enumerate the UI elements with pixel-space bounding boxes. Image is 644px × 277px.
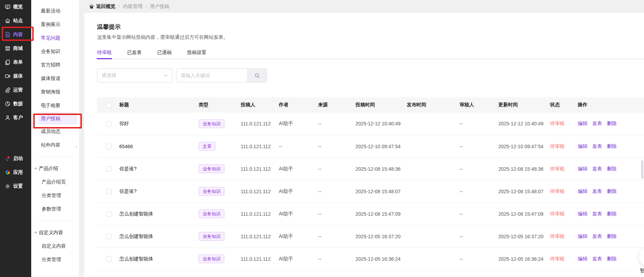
delete-link[interactable]: 删除 [607,143,617,149]
type-select[interactable]: 请选择 [97,69,172,82]
sidebar-item-site[interactable]: 站点 [0,14,31,28]
row-checkbox[interactable] [106,121,112,127]
tab-published[interactable]: 已发表 [127,48,141,59]
type-tag: 业务知识 [199,254,224,263]
subnav-item-product-intro-page[interactable]: 产品介绍页 [31,175,79,189]
row-checkbox[interactable] [106,234,112,239]
sidebar-item-content[interactable]: 内容 [0,28,31,42]
secondary-sidebar: 最新活动 案例展示 常见问题 业务知识 官方招聘 媒体报道 营销海报 电子相册 … [31,0,79,277]
sidebar-item-forms[interactable]: 表单 [0,55,31,69]
sidebar-collapse-icon[interactable]: ‹ [76,144,77,150]
table-row: 你是谁? 业务知识 111.0.121.112 AI助手 -- 2025-12-… [97,180,644,203]
breadcrumb-user-submissions[interactable]: 用户投稿 [150,3,169,10]
edit-link[interactable]: 编辑 [578,120,587,126]
edit-link[interactable]: 编辑 [578,166,587,171]
publish-link[interactable]: 发表 [592,166,602,171]
edit-link[interactable]: 编辑 [578,211,587,216]
sidebar-item-settings[interactable]: 设置 [0,179,31,193]
select-all-checkbox[interactable] [106,102,112,108]
col-actions: 操作 [573,97,644,113]
edit-link[interactable]: 编辑 [578,233,587,239]
delete-link[interactable]: 删除 [607,166,617,171]
home-icon [5,18,10,24]
publish-link[interactable]: 发表 [592,188,602,194]
breadcrumb-root[interactable]: 返回概览 [96,3,115,10]
subnav-item-user-submissions[interactable]: 用户投稿 [38,112,77,125]
edit-link[interactable]: 编辑 [578,143,587,149]
subnav-item-parameter-management[interactable]: 参数管理 [31,202,79,216]
subnav-item-faq[interactable]: 常见问题 [31,31,79,45]
sidebar-item-apps[interactable]: 应用 [0,166,31,179]
cell-source: -- [313,158,351,180]
publish-link[interactable]: 发表 [592,256,602,261]
delete-link[interactable]: 删除 [607,120,617,126]
publish-link[interactable]: 发表 [592,143,602,149]
type-tag: 业务知识 [199,164,224,173]
subnav-item-media-reports[interactable]: 媒体报道 [31,72,79,85]
subnav-item-marketing-posters[interactable]: 营销海报 [31,85,79,99]
subnav-section-custom-content[interactable]: 自定义内容 [31,226,79,239]
cell-author: AI助手 [274,248,313,270]
subnav-item-photo-album[interactable]: 电子相册 [31,99,79,112]
cell-submitter: 111.0.121.112 [236,225,274,248]
publish-link[interactable]: 发表 [592,211,602,216]
subnav-item-case-display[interactable]: 案例展示 [31,18,79,31]
cell-publish-time [402,135,455,158]
tab-rejected[interactable]: 已退稿 [157,48,172,59]
publish-link[interactable]: 发表 [592,120,602,126]
sidebar-item-mall[interactable]: 商城 [0,42,31,55]
cell-reviewer: -- [455,158,493,180]
sidebar-item-data[interactable]: 数据 [0,97,31,111]
sidebar-item-launch[interactable]: 启动 [0,152,31,166]
edit-link[interactable]: 编辑 [578,188,587,194]
delete-link[interactable]: 删除 [607,211,617,216]
subnav-item-external-content[interactable]: 站外内容 [31,138,79,152]
publish-link[interactable]: 发表 [592,233,602,239]
delete-link[interactable]: 删除 [607,188,617,194]
search-button[interactable] [247,69,267,82]
subnav-item-official-recruitment[interactable]: 官方招聘 [31,58,79,72]
vertical-scrollbar-thumb[interactable] [641,160,643,179]
col-status: 状态 [545,97,573,113]
tab-submission-settings[interactable]: 投稿设置 [187,48,206,59]
row-checkbox[interactable] [106,189,112,194]
cell-reviewer: -- [455,203,493,225]
cell-reviewer: -- [455,180,493,203]
sidebar-item-operation[interactable]: 运营 [0,83,31,97]
col-submit-time: 投稿时间 [351,97,402,113]
section-label: 自定义内容 [39,230,63,236]
sidebar-item-media[interactable]: 媒体 [0,69,31,83]
row-checkbox[interactable] [106,144,112,149]
cell-title: 怎么创建智能体 [114,248,194,270]
tab-pending-review[interactable]: 待审核 [97,48,112,59]
cell-reviewer: -- [455,248,493,270]
sidebar-item-overview[interactable]: 概览 [0,0,31,14]
table-row: 你好 业务知识 111.0.121.112 AI助手 -- 2025-12-12… [97,113,644,135]
subnav-item-category-management-2[interactable]: 分类管理 [31,253,79,266]
subnav-item-category-management[interactable]: 分类管理 [31,189,79,202]
breadcrumb: 返回概览 / 内容管理 / 用户投稿 [79,0,644,13]
subnav-section-product-intro[interactable]: 产品介绍 [31,162,79,175]
sidebar-item-customers[interactable]: 客户 [0,111,31,125]
cell-publish-time [402,203,455,225]
cell-source: -- [313,225,351,248]
cell-reviewer: -- [455,135,493,158]
cell-title: 你好 [114,113,194,135]
cell-publish-time [402,225,455,248]
sidebar-item-label: 站点 [13,18,23,24]
subnav-item-latest-activity[interactable]: 最新活动 [31,4,79,18]
type-tag: 文章 [199,142,215,151]
row-checkbox[interactable] [106,211,112,217]
row-checkbox[interactable] [106,166,112,172]
cell-source: -- [313,135,351,158]
delete-link[interactable]: 删除 [607,256,617,261]
subnav-item-member-updates[interactable]: 成员动态 [31,125,79,138]
subnav-item-custom-content[interactable]: 自定义内容 [31,239,79,253]
delete-link[interactable]: 删除 [607,233,617,239]
subnav-item-business-knowledge[interactable]: 业务知识 [31,45,79,58]
table-row: 怎么创建智能体 业务知识 111.0.121.112 AI助手 -- 2025-… [97,248,644,270]
search-input[interactable] [177,69,247,82]
row-checkbox[interactable] [106,256,112,262]
breadcrumb-content-management[interactable]: 内容管理 [123,3,143,10]
edit-link[interactable]: 编辑 [578,256,587,261]
